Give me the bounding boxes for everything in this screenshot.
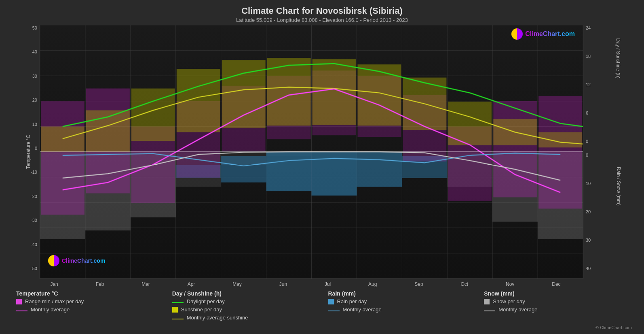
svg-rect-61 [357, 64, 401, 126]
legend-snow-avg: Monthly average [484, 306, 632, 313]
legend-rain-avg-label: Monthly average [343, 306, 382, 313]
svg-rect-53 [538, 96, 582, 208]
svg-rect-60 [312, 59, 356, 125]
watermark-bottom-text: ClimeChart.com [62, 257, 105, 264]
y-axis-left-label: Temperature °C [25, 135, 31, 169]
legend-temp-avg: Monthly average [16, 306, 164, 313]
legend-temperature: Temperature °C Range min / max per day M… [16, 290, 164, 323]
legend-sunshine-avg: Monthly average sunshine [172, 315, 320, 321]
right-axis-label-rain: Rain / Snow (mm) [616, 167, 621, 206]
legend-sunshine: Day / Sunshine (h) Daylight per day Suns… [172, 290, 320, 323]
svg-rect-57 [177, 69, 220, 132]
legend-sunshine-bar: Sunshine per day [172, 306, 320, 313]
watermark-bottom: ClimeChart.com [48, 255, 105, 266]
legend-temp-range-label: Range min / max per day [25, 298, 84, 304]
legend-rain-bar-icon [328, 299, 334, 304]
legend-area: Temperature °C Range min / max per day M… [8, 287, 636, 324]
legend-sunshine-bar-icon [172, 307, 178, 313]
legend-snow-bar-label: Snow per day [493, 298, 525, 304]
svg-rect-42 [41, 101, 84, 215]
chart-area: Temperature °C 50 40 30 20 10 0 -10 -20 … [8, 25, 636, 279]
copyright: © ClimeChart.com [8, 325, 636, 330]
legend-snow-avg-label: Monthly average [498, 306, 537, 313]
legend-snow-title: Snow (mm) [484, 290, 632, 297]
chart-canvas: ClimeChart.com ClimeChart.com [40, 25, 583, 279]
legend-temp-title: Temperature °C [16, 290, 164, 297]
legend-snow-avg-icon [484, 311, 495, 311]
watermark-top: ClimeChart.com [511, 28, 575, 40]
svg-rect-54 [41, 126, 84, 152]
legend-temp-avg-label: Monthly average [31, 306, 70, 313]
right-axis-label-sunshine: Day / Sunshine (h) [615, 38, 621, 78]
svg-rect-65 [538, 132, 582, 147]
svg-rect-52 [493, 101, 537, 197]
chart-subtitle: Latitude 55.009 - Longitude 83.008 - Ele… [8, 17, 636, 23]
watermark-top-text: ClimeChart.com [525, 30, 575, 38]
legend-snow-bar-icon [484, 299, 490, 304]
legend-rain-avg-icon [328, 311, 340, 311]
svg-rect-39 [357, 152, 402, 187]
logo-icon-bottom [48, 255, 59, 266]
legend-rain-bar-label: Rain per day [337, 298, 367, 304]
legend-rain: Rain (mm) Rain per day Monthly average [328, 290, 476, 323]
y-axis-right-sunshine: 24 18 12 6 0 [583, 25, 608, 152]
legend-sunshine-title: Day / Sunshine (h) [172, 290, 320, 297]
legend-temp-range: Range min / max per day [16, 298, 164, 304]
legend-daylight: Daylight per day [172, 298, 320, 304]
y-axis-right-rain: 0 10 20 30 40 [583, 152, 608, 279]
legend-rain-bar: Rain per day [328, 298, 476, 304]
legend-daylight-icon [172, 302, 184, 303]
chart-title: Climate Chart for Novosibirsk (Sibiria) [8, 6, 636, 16]
legend-temp-range-icon [16, 299, 22, 304]
legend-sunshine-bar-label: Sunshine per day [181, 306, 222, 313]
legend-snow: Snow (mm) Snow per day Monthly average [484, 290, 632, 323]
legend-temp-avg-icon [16, 311, 27, 311]
x-axis-labels: Jan Feb Mar Apr May Jun Jul Aug Sep Oct … [8, 281, 636, 287]
logo-icon-top [511, 28, 523, 40]
legend-sunshine-avg-icon [172, 319, 184, 319]
legend-rain-avg: Monthly average [328, 306, 476, 313]
legend-rain-title: Rain (mm) [328, 290, 476, 297]
svg-rect-36 [221, 156, 266, 183]
chart-svg [40, 25, 583, 279]
legend-snow-bar: Snow per day [484, 298, 632, 304]
svg-rect-37 [266, 152, 312, 191]
legend-sunshine-avg-label: Monthly average sunshine [187, 315, 248, 321]
legend-daylight-label: Daylight per day [187, 298, 225, 304]
page-wrapper: Climate Chart for Novosibirsk (Sibiria) … [0, 0, 644, 334]
